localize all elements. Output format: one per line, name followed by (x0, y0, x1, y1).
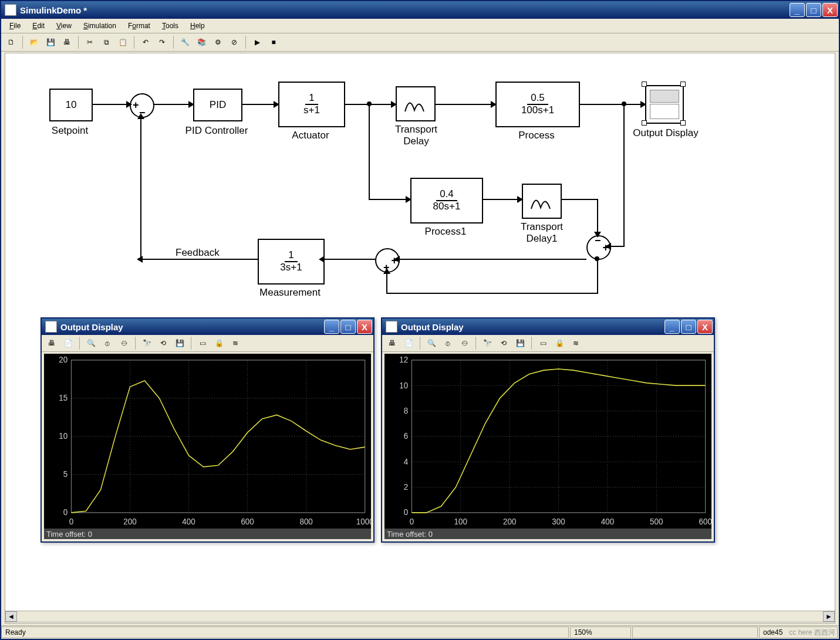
cut-icon[interactable]: ✂ (82, 35, 97, 50)
block-transport-delay1[interactable] (522, 184, 562, 219)
close-button[interactable]: X (822, 3, 838, 17)
svg-text:12: 12 (399, 355, 408, 364)
zoom-x-icon[interactable]: ⦶ (440, 336, 456, 351)
paste-icon[interactable]: 📋 (115, 35, 130, 50)
params-icon[interactable]: 📄 (401, 336, 416, 351)
float-icon[interactable]: ▭ (535, 336, 551, 351)
scope-icon (45, 321, 57, 333)
scope2-close[interactable]: X (697, 320, 713, 334)
label-measurement: Measurement (255, 287, 325, 299)
scope2-plot[interactable]: 0100200300400500600024681012 (384, 354, 711, 529)
zoom-x-icon[interactable]: ⦶ (100, 336, 115, 351)
stop-icon[interactable]: ■ (266, 35, 281, 50)
scope-icon (386, 321, 397, 333)
menu-view[interactable]: View (50, 21, 77, 31)
start-icon[interactable]: ▶ (249, 35, 265, 50)
debug-icon[interactable]: ⊘ (227, 35, 242, 50)
menu-tools[interactable]: Tools (156, 21, 184, 31)
scope1-titlebar[interactable]: Output Display _ □ X (42, 319, 373, 335)
pid-text: PID (210, 99, 226, 111)
zoom-y-icon[interactable]: ⦵ (116, 336, 131, 351)
block-process1[interactable]: 0.480s+1 (410, 178, 483, 224)
minimize-button[interactable]: _ (790, 3, 805, 17)
scroll-right-icon[interactable]: ► (823, 611, 835, 622)
new-icon[interactable]: 🗋 (4, 35, 19, 50)
zoom-in-icon[interactable]: 🔍 (83, 336, 99, 351)
svg-text:10: 10 (399, 381, 408, 390)
block-process[interactable]: 0.5100s+1 (495, 82, 580, 127)
svg-text:500: 500 (650, 517, 663, 526)
save-icon[interactable]: 💾 (43, 35, 58, 50)
restore-icon[interactable]: ⟲ (496, 336, 511, 351)
block-pid[interactable]: PID (193, 89, 242, 121)
binoculars-icon[interactable]: 🔭 (480, 336, 495, 351)
restore-icon[interactable]: ⟲ (156, 336, 171, 351)
scope-window-1[interactable]: Output Display _ □ X 🖶 📄 🔍 ⦶ ⦵ 🔭 ⟲ 💾 ▭ 🔒… (41, 317, 375, 543)
status-blank1 (632, 627, 758, 638)
svg-text:10: 10 (59, 432, 68, 441)
scope1-maximize[interactable]: □ (340, 320, 356, 334)
scroll-left-icon[interactable]: ◄ (5, 611, 17, 622)
zoom-y-icon[interactable]: ⦵ (457, 336, 472, 351)
copy-icon[interactable]: ⧉ (99, 35, 114, 50)
titlebar[interactable]: SimulinkDemo * _ □ X (1, 1, 839, 19)
window-title: SimulinkDemo * (20, 5, 87, 15)
undo-icon[interactable]: ↶ (138, 35, 153, 50)
float-icon[interactable]: ▭ (195, 336, 210, 351)
scope1-plot[interactable]: 0200400600800100005101520 (44, 354, 371, 529)
signal-icon[interactable]: ≋ (228, 336, 243, 351)
scope2-maximize[interactable]: □ (681, 320, 696, 334)
maximize-button[interactable]: □ (806, 3, 821, 17)
model-explorer-icon[interactable]: 🔧 (177, 35, 193, 50)
scope-window-2[interactable]: Output Display _ □ X 🖶 📄 🔍 ⦶ ⦵ 🔭 ⟲ 💾 ▭ 🔒… (381, 317, 715, 543)
toolbar: 🗋 📂 💾 🖶 ✂ ⧉ 📋 ↶ ↷ 🔧 📚 ⚙ ⊘ ▶ ■ (1, 33, 839, 52)
print-icon[interactable]: 🖶 (44, 336, 59, 351)
svg-text:0: 0 (63, 508, 68, 517)
save-axes-icon[interactable]: 💾 (172, 336, 187, 351)
menu-edit[interactable]: Edit (26, 21, 50, 31)
menu-file[interactable]: File (4, 21, 26, 31)
main-window: SimulinkDemo * _ □ X File Edit View Simu… (0, 0, 840, 640)
diagram-canvas[interactable]: 10 Setpoint + − PID PID Controller 1s+1 … (5, 53, 835, 624)
binoculars-icon[interactable]: 🔭 (139, 336, 154, 351)
menu-format[interactable]: Format (122, 21, 156, 31)
svg-text:400: 400 (601, 517, 615, 526)
signal-icon[interactable]: ≋ (568, 336, 583, 351)
scope1-minimize[interactable]: _ (324, 320, 339, 334)
scope1-title: Output Display (60, 322, 123, 332)
svg-text:15: 15 (59, 394, 68, 402)
lock-icon[interactable]: 🔒 (211, 336, 227, 351)
block-measurement[interactable]: 13s+1 (258, 239, 325, 285)
redo-icon[interactable]: ↷ (154, 35, 170, 50)
build-icon[interactable]: ⚙ (210, 35, 225, 50)
label-pid: PID Controller (176, 125, 258, 137)
open-icon[interactable]: 📂 (26, 35, 42, 50)
scope2-footer: Time offset: 0 (384, 529, 711, 539)
scope2-titlebar[interactable]: Output Display _ □ X (382, 319, 714, 335)
scope2-title: Output Display (401, 322, 464, 332)
svg-text:8: 8 (404, 407, 409, 415)
status-ready: Ready (1, 627, 569, 638)
scope2-minimize[interactable]: _ (664, 320, 680, 334)
scope1-close[interactable]: X (357, 320, 372, 334)
svg-text:200: 200 (503, 517, 517, 526)
label-process1: Process1 (419, 226, 472, 238)
menu-help[interactable]: Help (184, 21, 211, 31)
block-output-display[interactable] (645, 85, 684, 124)
status-zoom: 150% (570, 627, 631, 638)
print-icon[interactable]: 🖶 (384, 336, 400, 351)
params-icon[interactable]: 📄 (60, 336, 76, 351)
block-setpoint[interactable]: 10 (49, 89, 93, 121)
label-process: Process (510, 130, 563, 141)
save-axes-icon[interactable]: 💾 (512, 336, 528, 351)
print-icon[interactable]: 🖶 (59, 35, 75, 50)
zoom-in-icon[interactable]: 🔍 (424, 336, 439, 351)
block-actuator[interactable]: 1s+1 (278, 82, 345, 127)
h-scrollbar[interactable]: ◄ ► (5, 611, 835, 622)
watermark: cc here 西西河 (789, 628, 835, 638)
block-transport-delay[interactable] (396, 86, 436, 121)
lock-icon[interactable]: 🔒 (552, 336, 567, 351)
library-browser-icon[interactable]: 📚 (194, 35, 209, 50)
menu-simulation[interactable]: Simulation (77, 21, 122, 31)
scope1-footer: Time offset: 0 (44, 529, 371, 539)
